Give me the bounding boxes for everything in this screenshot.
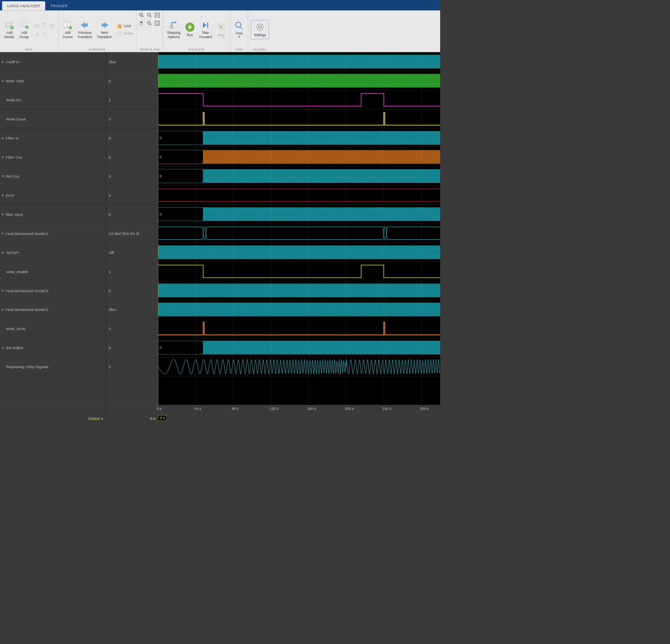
signal-name-row[interactable]: ▶Host Behavioral Model:1 [0, 224, 106, 243]
step-forward-label: Step Forward [199, 31, 212, 39]
signal-name-row[interactable]: ▶Filter In [0, 128, 106, 147]
zoom-in-time-button[interactable] [147, 13, 152, 19]
signal-name-row[interactable]: ▶Host Behavioral Model:2 [0, 300, 106, 319]
waveform-row[interactable] [158, 243, 440, 262]
time-tick: 120 s [270, 407, 279, 411]
wave-lead-label: 0 [159, 174, 161, 178]
waveform-row[interactable] [158, 52, 440, 71]
signal-value: 0 [109, 136, 111, 140]
delete-icon[interactable] [41, 30, 48, 37]
waveform-column[interactable]: 00000 [158, 52, 440, 405]
waveform-row[interactable]: 0 [158, 128, 440, 147]
signal-name-row[interactable]: ▶Coeff In [0, 52, 106, 71]
stepping-options-button[interactable]: Stepping Options [165, 19, 182, 40]
global-group-label: GLOBAL [253, 47, 266, 51]
step-options-icon [169, 20, 179, 30]
signal-name: Host Behavioral Model:2 [6, 307, 48, 312]
waveform-row[interactable] [158, 319, 440, 338]
expand-icon[interactable]: ▶ [2, 175, 4, 178]
expand-icon[interactable]: ▶ [2, 194, 4, 197]
signal-name-row[interactable]: Write En [0, 90, 106, 109]
toolbar-group-global: Settings GLOBAL [248, 10, 271, 52]
next-transition-button[interactable]: Next Transition [95, 19, 113, 40]
expand-icon[interactable]: ▶ [2, 250, 4, 254]
signal-value-row: 0 [106, 281, 158, 300]
edit-group-label: EDIT [25, 47, 33, 51]
settings-button[interactable]: Settings [251, 20, 269, 39]
paste-icon[interactable] [41, 22, 48, 29]
expand-icon[interactable]: ▶ [2, 155, 4, 159]
signal-name-row[interactable]: ▶Error [0, 186, 106, 205]
signal-value: 3fec [109, 307, 116, 312]
paste2-icon[interactable] [48, 22, 55, 29]
waveform-row[interactable]: 0 [158, 205, 440, 224]
signal-name-row[interactable]: ▶Host Behavioral Model:3 [0, 281, 106, 300]
signal-name-row[interactable]: ▶dut output [0, 338, 106, 357]
signal-name-row[interactable]: ▶filter input [0, 205, 106, 224]
add-group-button[interactable]: Add Group [18, 19, 31, 40]
signal-name-row[interactable]: write_done [0, 319, 106, 338]
signal-name-row[interactable]: ▶Write Addr [0, 71, 106, 90]
find-button[interactable]: Find ▼ [233, 20, 246, 39]
delete-cursor-button[interactable]: Delete [117, 31, 134, 37]
main: ▶Coeff In▶Write AddrWrite EnWrite Done▶F… [0, 52, 440, 405]
run-button[interactable]: Run [184, 21, 196, 38]
expand-icon[interactable]: ▶ [2, 136, 4, 140]
copy-icon[interactable] [33, 22, 41, 29]
signal-value-row: 0 [106, 205, 158, 224]
arrow-left-icon [80, 20, 90, 30]
waveform-row[interactable] [158, 224, 440, 243]
previous-transition-button[interactable]: Previous Transition [76, 19, 94, 40]
waveform-row[interactable] [158, 300, 440, 319]
zoom-to-cursor-button[interactable] [155, 21, 160, 27]
zoom-out-button[interactable] [147, 21, 152, 27]
tab-logic-analyzer[interactable]: LOGIC ANALYZER [2, 1, 45, 10]
cut-icon[interactable] [33, 30, 41, 37]
signal-name-row[interactable]: ▶Filter Out [0, 147, 106, 167]
waveform-row[interactable] [158, 90, 440, 109]
svg-point-28 [258, 26, 261, 29]
svg-rect-26 [219, 25, 223, 29]
zoom-in-button[interactable] [139, 13, 144, 19]
expand-icon[interactable]: ▶ [2, 79, 4, 83]
waveform-row[interactable]: 0 [158, 338, 440, 357]
lock-button[interactable]: Lock [117, 23, 134, 29]
signal-name-row[interactable]: write_enable [0, 262, 106, 281]
time-tick: 200 s [345, 407, 354, 411]
signal-value-row: 1 [106, 357, 158, 376]
signal-name-row[interactable]: Write Done [0, 109, 106, 128]
waveform-row[interactable] [158, 357, 440, 376]
time-axis[interactable]: 0 s40 s80 s120 s160 s200 s240 s280 s 0 s [158, 405, 440, 423]
expand-icon[interactable]: ▶ [2, 212, 4, 216]
fit-to-view-button[interactable] [155, 13, 160, 19]
add-cursor-button[interactable]: Add Cursor [61, 19, 74, 40]
waveform-row[interactable]: 0 [158, 147, 440, 167]
waveform-row[interactable] [158, 262, 440, 281]
waveform-row[interactable] [158, 281, 440, 300]
waveform-row[interactable] [158, 71, 440, 90]
cursor-marker[interactable]: 0 s [158, 415, 166, 421]
signal-name: write_done [6, 326, 25, 331]
stop-button[interactable]: Stop [215, 21, 227, 38]
expand-icon[interactable]: ▶ [2, 231, 4, 235]
signal-name-row[interactable]: ▶Ref Out [0, 167, 106, 186]
signal-value-row: 1 [106, 90, 158, 109]
waveform-row[interactable] [158, 109, 440, 128]
tab-trigger[interactable]: TRIGGER [45, 1, 73, 10]
waveform-row[interactable] [158, 186, 440, 205]
expand-icon[interactable]: ▶ [2, 308, 4, 311]
add-divider-button[interactable]: Add Divider [3, 19, 16, 40]
signal-name-row[interactable]: Repeating Chirp Signals [0, 357, 106, 376]
next-transition-label: Next Transition [97, 31, 112, 39]
expand-icon[interactable]: ▶ [2, 289, 4, 292]
expand-icon[interactable]: ▶ [2, 346, 4, 349]
waveform-row[interactable]: 0 [158, 167, 440, 186]
toolbar-group-find: Find ▼ FIND [230, 10, 248, 52]
pan-button[interactable] [139, 21, 144, 27]
wave-lead-label: 0 [159, 155, 161, 159]
step-forward-button[interactable]: Step Forward [198, 19, 213, 40]
toolbar: Add Divider Add Group EDIT [0, 10, 440, 52]
stop-icon [216, 22, 226, 32]
signal-name-row[interactable]: ▶ToFixPt [0, 243, 106, 262]
expand-icon[interactable]: ▶ [2, 60, 4, 64]
